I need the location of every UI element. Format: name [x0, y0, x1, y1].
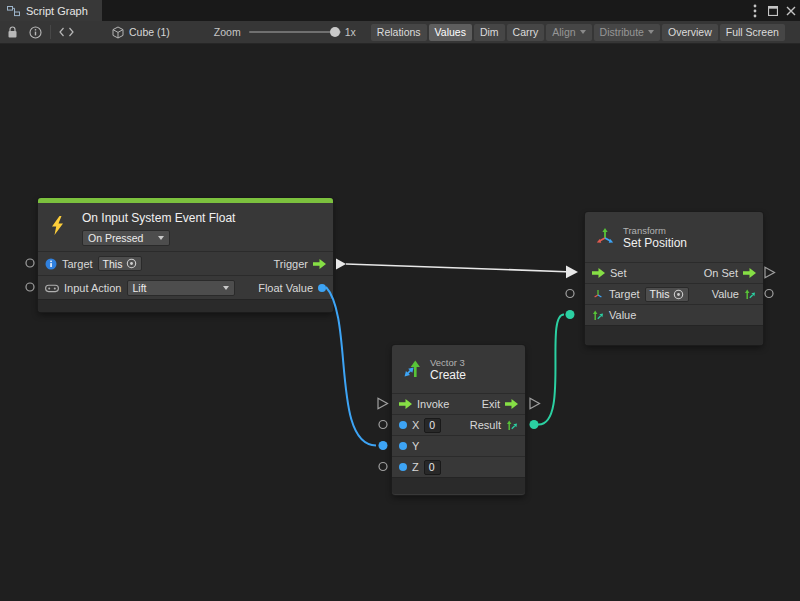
- result-out-port[interactable]: [530, 420, 539, 429]
- close-icon[interactable]: [782, 0, 800, 21]
- node-on-input-system-event-float[interactable]: On Input System Event Float On Pressed T…: [38, 198, 333, 312]
- chevron-down-icon: [158, 236, 164, 240]
- lock-icon[interactable]: [7, 26, 18, 39]
- transform-this-chip[interactable]: This: [645, 287, 690, 302]
- node-vector3-create[interactable]: Vector 3 Create Invoke Exit X 0: [392, 345, 525, 495]
- vector-node-header[interactable]: Vector 3 Create: [392, 345, 525, 393]
- lightning-icon: [50, 216, 65, 235]
- full-screen-button[interactable]: Full Screen: [720, 24, 785, 41]
- vector-node-footer: [392, 477, 525, 494]
- transform-mini-icon: [592, 288, 604, 300]
- y-in-port[interactable]: [379, 441, 388, 450]
- vector-x-row: X 0 Result: [392, 414, 525, 435]
- x-in-port[interactable]: [379, 421, 387, 429]
- value-out-port-label: Value: [712, 288, 739, 300]
- on-set-out-port[interactable]: [765, 267, 775, 278]
- target-port-label: Target: [62, 258, 93, 270]
- vector3-mini-icon: [506, 419, 518, 431]
- script-graph-icon: [7, 5, 20, 17]
- zoom-slider-handle[interactable]: [330, 27, 340, 37]
- tab-bar: Script Graph: [0, 0, 800, 21]
- graph-canvas[interactable]: On Input System Event Float On Pressed T…: [0, 44, 800, 601]
- event-mode-value: On Pressed: [88, 232, 143, 244]
- align-dropdown-button[interactable]: Align: [546, 24, 591, 41]
- x-value-field[interactable]: 0: [424, 418, 441, 433]
- flow-arrow-icon: [399, 399, 412, 409]
- event-target-port[interactable]: [26, 259, 34, 267]
- invoke-in-port[interactable]: [378, 398, 388, 409]
- vector3-mini-icon: [592, 309, 604, 321]
- event-mode-dropdown[interactable]: On Pressed: [82, 230, 170, 246]
- info-icon[interactable]: [29, 26, 42, 39]
- distribute-label: Distribute: [600, 26, 644, 38]
- float-value-port-label: Float Value: [258, 282, 313, 294]
- invoke-port-label: Invoke: [417, 398, 449, 410]
- chevron-down-icon: [648, 30, 654, 34]
- result-port-label: Result: [470, 419, 501, 431]
- vector3-mini-icon: [744, 288, 756, 300]
- zoom-slider[interactable]: [249, 31, 341, 33]
- node-transform-set-position[interactable]: Transform Set Position Set On Set: [585, 212, 763, 345]
- graph-toolbar: Cube (1) Zoom 1x Relations Values Dim Ca…: [0, 21, 800, 44]
- z-port-label: Z: [412, 461, 419, 473]
- event-node-footer: [38, 299, 333, 312]
- transform-value-in-port[interactable]: [566, 310, 575, 319]
- value-in-port-label: Value: [609, 309, 636, 321]
- relations-button[interactable]: Relations: [371, 24, 427, 41]
- on-set-port-label: On Set: [704, 267, 738, 279]
- z-port-dot: [399, 463, 407, 471]
- maximize-icon[interactable]: [764, 0, 782, 21]
- exit-out-port[interactable]: [530, 398, 540, 409]
- vector3-icon: [402, 359, 422, 379]
- target-this-value: This: [103, 258, 123, 270]
- chevron-down-icon: [580, 30, 586, 34]
- trigger-out-port[interactable]: [336, 259, 346, 270]
- x-port-dot: [399, 421, 407, 429]
- transform-set-row: Set On Set: [585, 262, 763, 283]
- window-menu-icon[interactable]: [746, 0, 764, 21]
- wire-trigger-to-set[interactable]: [346, 264, 566, 272]
- y-port-dot: [399, 442, 407, 450]
- toolbar-buttons: Relations Values Dim Carry Align Distrib…: [371, 24, 785, 41]
- wire-floatvalue-to-y[interactable]: [326, 287, 376, 446]
- event-node-header[interactable]: On Input System Event Float On Pressed: [38, 203, 333, 251]
- input-action-label: Input Action: [64, 282, 122, 294]
- tab-script-graph[interactable]: Script Graph: [0, 0, 102, 21]
- vector-z-row: Z 0: [392, 456, 525, 477]
- transform-value-out-port[interactable]: [765, 290, 773, 298]
- transform-target-port[interactable]: [566, 290, 574, 298]
- transform-node-title: Set Position: [623, 236, 687, 250]
- input-action-dropdown[interactable]: Lift: [127, 280, 235, 296]
- info-circle-icon: [45, 258, 57, 270]
- transform-this-value: This: [650, 288, 670, 300]
- transform-node-footer: [585, 325, 763, 345]
- event-target-row: Target This Trigger: [38, 251, 333, 275]
- toolbar-separator: [50, 25, 51, 39]
- vector-node-title: Create: [430, 368, 466, 382]
- float-value-port[interactable]: [318, 284, 326, 292]
- dim-button[interactable]: Dim: [474, 24, 505, 41]
- script-graph-window: Script Graph Cube (1) Zoom: [0, 0, 800, 601]
- cube-icon: [112, 26, 124, 39]
- overview-button[interactable]: Overview: [662, 24, 718, 41]
- graph-target[interactable]: Cube (1): [112, 26, 170, 39]
- values-button[interactable]: Values: [429, 24, 472, 41]
- zoom-label: Zoom: [214, 26, 241, 38]
- x-port-label: X: [412, 419, 419, 431]
- z-in-port[interactable]: [379, 463, 387, 471]
- code-view-icon[interactable]: [59, 27, 74, 37]
- event-action-row: Input Action Lift Float Value: [38, 275, 333, 299]
- target-this-chip[interactable]: This: [98, 256, 143, 271]
- distribute-dropdown-button[interactable]: Distribute: [594, 24, 660, 41]
- wire-result-to-value[interactable]: [538, 314, 564, 424]
- align-label: Align: [552, 26, 575, 38]
- vector-node-type: Vector 3: [430, 357, 466, 368]
- input-action-value: Lift: [133, 282, 147, 294]
- carry-button[interactable]: Carry: [507, 24, 545, 41]
- flow-arrow-icon: [592, 268, 605, 278]
- z-value-field[interactable]: 0: [424, 460, 441, 475]
- transform-node-header[interactable]: Transform Set Position: [585, 212, 763, 262]
- event-action-port[interactable]: [26, 283, 34, 291]
- vector-y-row: Y: [392, 435, 525, 456]
- transform-icon: [595, 227, 615, 247]
